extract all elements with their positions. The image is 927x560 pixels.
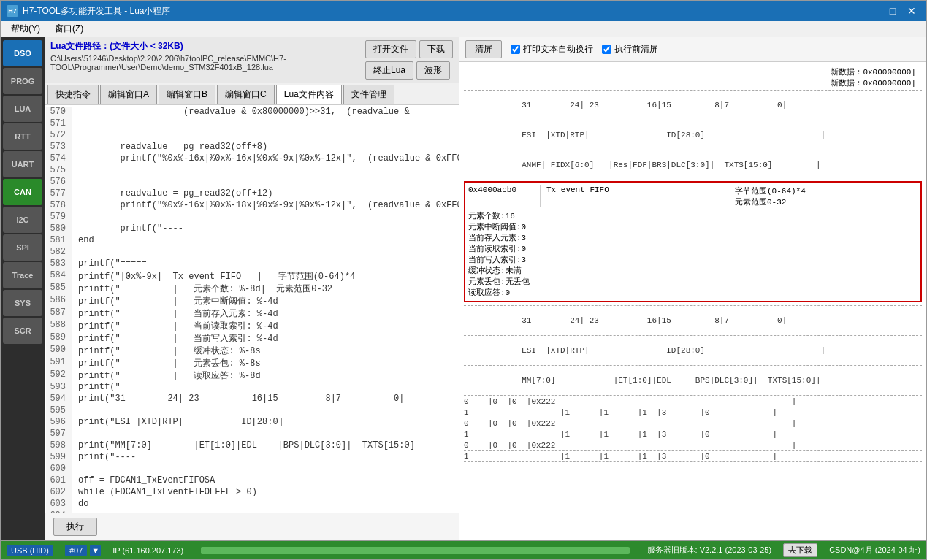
code-line: 596print("ESI |XTD|RTP| ID[28:0] [46, 417, 457, 429]
sidebar-item-spi[interactable]: SPI [3, 234, 42, 261]
usb-label: USB (HID) [7, 545, 53, 556]
status-ip-item: IP (61.160.207.173) [112, 546, 183, 555]
fdcan-details: 元素个数:16 元素中断阈值:0 当前存入元素:3 当前读取索引:0 当前写入索… [468, 210, 918, 298]
title-bar-left: H7 H7-TOOL多功能开发工具 - Lua小程序 [7, 5, 170, 18]
fdcan-title: Tx event FIFO [546, 185, 729, 194]
divider-6 [464, 365, 922, 366]
editor-bottom: 执行 [45, 513, 459, 540]
status-usb: USB (HID) [7, 545, 53, 556]
code-line: 595 [46, 405, 457, 417]
main-content: DSO PROG LUA RTT UART CAN I2C SPI Trace … [1, 37, 926, 540]
code-line: 585printf(" | 元素个数: %-8d| 元素范围0-32 [46, 283, 457, 295]
center-panel: Lua文件路径：(文件大小 < 32KB) C:\Users\51246\Des… [45, 37, 459, 540]
sidebar-item-scr[interactable]: SCR [3, 318, 42, 344]
code-line: 587printf(" | 当前存入元素: %-4d [46, 307, 457, 320]
code-editor[interactable]: 570 (readvalue & 0x80000000)>>31, (readv… [45, 105, 459, 513]
divider-12 [464, 450, 922, 451]
divider-11 [464, 440, 922, 440]
fdcan-right-col: 字节范围(0-64)*4 元素范围0-32 [735, 185, 918, 207]
sidebar-item-rtt[interactable]: RTT [3, 123, 42, 150]
minimize-button[interactable]: — [865, 4, 882, 18]
code-line: 576 [46, 177, 457, 188]
sidebar-item-lua[interactable]: LUA [3, 96, 42, 122]
sidebar-item-sys[interactable]: SYS [3, 290, 42, 316]
auto-wrap-text: 打印文本自动换行 [523, 43, 593, 55]
sidebar-item-prog[interactable]: PROG [3, 68, 42, 94]
tab-quick-cmd[interactable]: 快捷指令 [47, 85, 99, 104]
code-line: 598print("MM[7:0] |ET[1:0]|EDL |BPS|DLC[… [46, 440, 457, 452]
code-line: 602while (FDCAN1_TxEventFIFOEFFL > 0) [46, 487, 457, 499]
right-content[interactable]: 新数据：0x00000000| 新数据：0x00000000| 31 24| 2… [459, 62, 926, 540]
sidebar-item-dso[interactable]: DSO [3, 40, 42, 66]
status-bar: USB (HID) #07 ▼ IP (61.160.207.173) 服务器旧… [1, 540, 926, 559]
num-dropdown[interactable]: ▼ [90, 545, 101, 556]
window-title: H7-TOOL多功能开发工具 - Lua小程序 [23, 5, 170, 18]
server-version: 服务器旧版本: V2.2.1 (2023-03-25) [647, 545, 772, 556]
download-button[interactable]: 下载 [419, 40, 453, 58]
sidebar-item-uart[interactable]: UART [3, 151, 42, 177]
fdcan-buf-state: 缓冲状态:未满 [468, 265, 530, 276]
divider-5 [464, 335, 922, 336]
file-buttons-row-1: 打开文件 下载 [365, 40, 453, 58]
clear-before-exec-text: 执行前清屏 [614, 43, 658, 55]
right-panel: 清屏 打印文本自动换行 执行前清屏 新数据：0x00000000| [459, 37, 926, 540]
divider-13 [464, 461, 922, 462]
divider-1 [464, 90, 922, 91]
divider-4 [464, 305, 922, 306]
tab-editor-c[interactable]: 编辑窗口C [217, 85, 275, 104]
close-button[interactable]: ✕ [903, 4, 920, 18]
maximize-button[interactable]: □ [884, 4, 901, 18]
execute-button[interactable]: 执行 [53, 518, 97, 536]
code-line: 590printf(" | 缓冲状态: %-8s [46, 345, 457, 357]
fdcan-byte-range: 字节范围(0-64)*4 [735, 185, 918, 196]
stop-lua-button[interactable]: 终止Lua [365, 61, 413, 80]
fdcan-elem-range: 元素范围0-32 [735, 196, 918, 207]
data-row-5: 0 |0 |0 |0x222 | [464, 441, 922, 450]
sidebar-item-i2c[interactable]: I2C [3, 207, 42, 233]
clear-before-exec-checkbox[interactable] [602, 45, 611, 54]
code-line: 584printf("|0x%-9x| Tx event FIFO | 字节范围… [46, 270, 457, 283]
data-row-4: 1 |1 |1 |1 |3 |0 | [464, 430, 922, 439]
code-line: 583printf("===== [46, 258, 457, 270]
auto-wrap-checkbox[interactable] [511, 45, 520, 54]
go-download-button[interactable]: 去下载 [783, 543, 817, 557]
tab-editor-b[interactable]: 编辑窗口B [159, 85, 215, 104]
tab-editor-a[interactable]: 编辑窗口A [100, 85, 157, 104]
app-icon: H7 [7, 5, 18, 17]
fdcan-interrupt: 元素中断阈值:0 [468, 221, 530, 232]
waveform-button[interactable]: 波形 [416, 61, 450, 80]
fdcan-write-idx: 当前写入索引:3 [468, 254, 530, 265]
sidebar: DSO PROG LUA RTT UART CAN I2C SPI Trace … [1, 37, 45, 540]
mm-row: MM[7:0] |ET[1:0]|EDL |BPS|DLC[3:0]| TXTS… [464, 367, 922, 394]
file-path-value: C:\Users\51246\Desktop\2.20\2.206\h7tool… [50, 54, 359, 72]
data-row-1: 0 |0 |0 |0x222 | [464, 397, 922, 406]
right-top-bar: 清屏 打印文本自动换行 执行前清屏 [459, 37, 926, 62]
code-line: 580 printf("---- [46, 223, 457, 235]
code-line: 570 (readvalue & 0x80000000)>>31, (readv… [46, 107, 457, 118]
device-num: #07 [65, 545, 87, 556]
menu-bar: 帮助(Y) 窗口(Z) [1, 21, 926, 37]
clear-before-exec-label[interactable]: 执行前清屏 [602, 43, 658, 55]
menu-help[interactable]: 帮助(Y) [7, 21, 45, 37]
right-status: CSDN@4月 (2024-04-址) [829, 545, 920, 556]
code-line: 579 [46, 212, 457, 223]
clear-screen-button[interactable]: 清屏 [465, 40, 502, 58]
ip-text: IP (61.160.207.173) [112, 546, 183, 555]
open-file-button[interactable]: 打开文件 [365, 40, 416, 58]
fdcan-left-details: 元素个数:16 元素中断阈值:0 当前存入元素:3 当前读取索引:0 当前写入索… [468, 210, 530, 298]
file-bar: Lua文件路径：(文件大小 < 32KB) C:\Users\51246\Des… [45, 37, 459, 83]
title-bar: H7 H7-TOOL多功能开发工具 - Lua小程序 — □ ✕ [1, 1, 926, 21]
sidebar-item-can[interactable]: CAN [3, 179, 42, 205]
code-line: 593printf(" [46, 382, 457, 394]
tab-file-manager[interactable]: 文件管理 [343, 85, 394, 104]
title-bar-controls: — □ ✕ [865, 4, 920, 18]
auto-wrap-label[interactable]: 打印文本自动换行 [511, 43, 593, 55]
bit-header-row-2: 31 24| 23 16|15 8|7 0| [464, 307, 922, 334]
code-line: 592printf(" | 读取应答: %-8d [46, 369, 457, 382]
status-num: #07 ▼ [65, 545, 101, 556]
divider-3 [464, 150, 922, 150]
sidebar-item-trace[interactable]: Trace [3, 262, 42, 288]
menu-window[interactable]: 窗口(Z) [50, 21, 88, 37]
tab-lua-content[interactable]: Lua文件内容 [276, 85, 342, 104]
code-line: 601off = FDCAN1_TxEventFIFOSA [46, 475, 457, 487]
